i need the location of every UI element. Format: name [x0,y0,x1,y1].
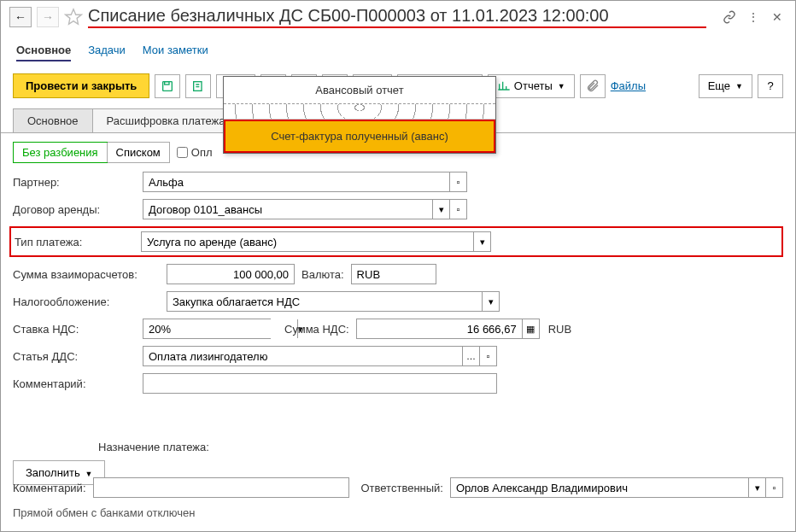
dropdown-item-invoice-received-advance[interactable]: Счет-фактура полученный (аванс) [224,120,495,153]
cash-flow-label: Статья ДДС: [13,350,143,363]
payment-checkbox[interactable] [177,147,188,158]
taxation-input[interactable] [167,292,482,311]
open-button[interactable]: ▫ [449,200,466,219]
link-icon[interactable] [720,8,739,26]
create-based-on-dropdown: Авансовый отчет Счет-фактура полученный … [223,76,496,154]
payment-checkbox-label[interactable]: Опл [177,146,213,159]
calculator-button[interactable]: ▦ [522,319,539,338]
dropdown-button[interactable]: ▾ [482,292,499,311]
mode-list[interactable]: Списком [107,143,169,162]
taxation-label: Налогообложение: [13,295,167,308]
payment-type-input[interactable] [142,232,473,251]
subtab-main[interactable]: Основное [13,108,93,132]
attachment-button[interactable] [580,74,606,98]
vat-sum-input[interactable] [357,319,522,338]
svg-rect-1 [165,81,169,84]
taxation-input-group: ▾ [167,291,500,312]
mode-no-split[interactable]: Без разбиения [13,142,108,163]
purpose-label: Назначение платежа: [13,441,783,453]
vat-sum-input-group: ▦ [356,319,540,339]
cash-flow-input[interactable] [143,347,462,365]
currency-label: Валюта: [301,268,344,281]
kebab-menu-icon[interactable]: ⋮ [744,8,763,26]
tab-tasks[interactable]: Задачи [88,40,126,61]
vat-rate-label: Ставка НДС: [13,323,143,336]
payment-type-input-group: ▾ [141,231,491,252]
open-button[interactable]: ▫ [765,478,782,497]
partner-input-group: ▫ [143,172,467,192]
open-button[interactable]: ▫ [479,347,496,365]
settlement-sum-input[interactable] [167,264,295,284]
responsible-label: Ответственный: [361,482,443,494]
files-link[interactable]: Файлы [611,79,646,92]
page-title: Списание безналичных ДС СБ00-П000003 от … [88,6,706,28]
tab-notes[interactable]: Мои заметки [143,40,208,61]
vat-sum-label: Сумма НДС: [284,323,349,336]
dropdown-item-advance-report[interactable]: Авансовый отчет [224,77,495,104]
post-and-close-button[interactable]: Провести и закрыть [13,73,149,98]
payment-type-label: Тип платежа: [15,236,141,248]
favorite-star-icon[interactable] [64,8,83,26]
open-button[interactable]: ▫ [449,172,466,191]
vat-currency-label: RUB [548,323,571,336]
contract-label: Договор аренды: [13,203,143,216]
detail-comment-input[interactable] [143,373,497,394]
more-label: Еще [708,79,730,92]
vat-rate-input[interactable] [143,319,297,338]
select-button[interactable]: … [462,347,479,365]
reports-button[interactable]: Отчеты ▼ [488,74,575,98]
responsible-input-group: ▾ ▫ [450,477,783,498]
reports-label: Отчеты [514,79,553,92]
payment-checkbox-text: Опл [191,146,213,159]
split-mode-toggle: Без разбиения Списком [13,142,170,163]
bank-exchange-status: Прямой обмен с банками отключен [13,506,783,519]
close-icon[interactable]: ✕ [768,8,787,26]
dropdown-button[interactable]: ▾ [473,232,490,251]
save-button[interactable] [155,74,180,98]
partner-label: Партнер: [13,176,143,189]
vat-rate-input-group: ▾ [143,319,271,339]
nav-forward-button[interactable]: → [37,7,59,27]
footer-comment-label: Комментарий: [13,482,86,494]
currency-input[interactable] [351,264,436,284]
contract-input[interactable] [143,200,432,219]
dropdown-button[interactable]: ▾ [748,478,765,497]
responsible-input[interactable] [451,478,748,497]
chevron-down-icon: ▼ [735,82,743,91]
cash-flow-input-group: … ▫ [143,346,497,366]
partner-input[interactable] [143,172,449,191]
footer-comment-input[interactable] [93,477,349,498]
dropdown-button[interactable]: ▾ [432,200,449,219]
nav-back-button[interactable]: ← [9,7,32,27]
contract-input-group: ▾ ▫ [143,199,467,219]
post-button[interactable] [185,74,211,98]
chevron-down-icon: ▼ [558,82,565,91]
help-button[interactable]: ? [758,74,783,98]
tab-main[interactable]: Основное [16,40,71,61]
settlement-sum-label: Сумма взаиморасчетов: [13,268,167,281]
more-button[interactable]: Еще ▼ [699,74,752,98]
dropdown-torn-edge [224,104,495,120]
detail-comment-label: Комментарий: [13,377,143,390]
